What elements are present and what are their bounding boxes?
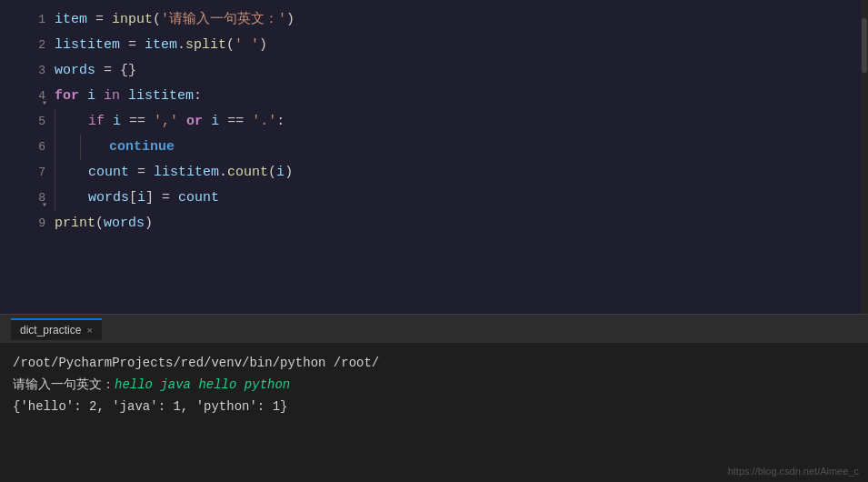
token: ) bbox=[286, 7, 294, 33]
token: continue bbox=[109, 135, 175, 160]
terminal-tab-label: dict_practice bbox=[20, 324, 81, 336]
code-line-8: 8 ▾ words[i] = count bbox=[55, 186, 868, 211]
token: = bbox=[120, 33, 145, 58]
editor-area: 1 item = input('请输入一句英文：') 2 listitem = … bbox=[0, 0, 868, 314]
tab-close-button[interactable]: × bbox=[86, 325, 92, 336]
watermark: https://blog.csdn.net/Aimee_c bbox=[728, 466, 859, 477]
token: ( bbox=[95, 211, 104, 236]
token: [ bbox=[129, 186, 137, 211]
token: words bbox=[55, 58, 95, 84]
token bbox=[95, 84, 104, 109]
token: ( bbox=[153, 7, 161, 33]
token: == bbox=[121, 109, 154, 135]
token: = {} bbox=[95, 58, 136, 84]
terminal-output: {'hello': 2, 'java': 1, 'python': 1} bbox=[13, 396, 287, 417]
token: listitem bbox=[55, 33, 120, 58]
token: for bbox=[55, 84, 79, 109]
token: '.' bbox=[252, 109, 276, 135]
token: i bbox=[87, 84, 95, 109]
token: i bbox=[113, 109, 121, 135]
token: listitem bbox=[154, 160, 219, 186]
indent-5 bbox=[55, 109, 80, 135]
watermark-text: https://blog.csdn.net/Aimee_c bbox=[728, 466, 859, 477]
token: if bbox=[88, 109, 105, 135]
line-number-2: 2 bbox=[9, 33, 45, 58]
line-number-1: 1 bbox=[9, 7, 45, 33]
token: ' ' bbox=[234, 33, 259, 58]
terminal-tab[interactable]: dict_practice × bbox=[11, 318, 102, 340]
token bbox=[120, 84, 128, 109]
terminal-body[interactable]: /root/PycharmProjects/red/venv/bin/pytho… bbox=[0, 343, 868, 482]
scrollbar-thumb[interactable] bbox=[862, 18, 867, 73]
line-number-9: 9 bbox=[9, 211, 45, 236]
token: ( bbox=[268, 160, 276, 186]
terminal-run-line: /root/PycharmProjects/red/venv/bin/pytho… bbox=[13, 352, 855, 374]
token: words bbox=[104, 211, 145, 236]
line-number-3: 3 bbox=[9, 58, 45, 84]
token: i bbox=[137, 186, 145, 211]
token: : bbox=[194, 84, 202, 109]
code-line-7: 7 count = listitem.count(i) bbox=[55, 160, 868, 186]
token: = bbox=[129, 160, 154, 186]
line-number-6: 6 bbox=[9, 135, 45, 160]
token: split bbox=[185, 33, 226, 58]
token bbox=[79, 84, 87, 109]
indent-7 bbox=[55, 160, 80, 186]
code-line-4: 4 ▾ for i in listitem: bbox=[55, 84, 868, 109]
token: ) bbox=[145, 211, 153, 236]
token: print bbox=[55, 211, 95, 236]
indent-6b bbox=[80, 135, 105, 160]
token: i bbox=[211, 109, 219, 135]
token: words bbox=[88, 186, 129, 211]
token: count bbox=[227, 160, 268, 186]
token: . bbox=[177, 33, 185, 58]
terminal-user-input: hello java hello python bbox=[115, 374, 290, 396]
token: listitem bbox=[128, 84, 194, 109]
token: count bbox=[178, 186, 219, 211]
token: item bbox=[145, 33, 177, 58]
code-line-1: 1 item = input('请输入一句英文：') bbox=[55, 7, 868, 33]
token bbox=[203, 109, 211, 135]
code-line-5: 5 if i == ',' or i == '.': bbox=[55, 109, 868, 135]
terminal-input-line: 请输入一句英文：hello java hello python bbox=[13, 374, 855, 396]
code-line-2: 2 listitem = item.split(' ') bbox=[55, 33, 868, 58]
token: ) bbox=[284, 160, 293, 186]
code-line-9: 9 print(words) bbox=[55, 211, 868, 236]
token: or bbox=[186, 109, 203, 135]
terminal-header: dict_practice × bbox=[0, 314, 868, 343]
scrollbar-vertical[interactable] bbox=[861, 0, 868, 314]
token bbox=[105, 109, 113, 135]
code-line-3: 3 words = {} bbox=[55, 58, 868, 84]
token: ] = bbox=[145, 186, 178, 211]
terminal-output-line: {'hello': 2, 'java': 1, 'python': 1} bbox=[13, 396, 855, 417]
terminal-path: /root/PycharmProjects/red/venv/bin/pytho… bbox=[13, 352, 379, 374]
token: '请输入一句英文：' bbox=[161, 7, 286, 33]
token: = bbox=[87, 7, 112, 33]
token: i bbox=[276, 160, 284, 186]
token: . bbox=[219, 160, 227, 186]
line-number-7: 7 bbox=[9, 160, 45, 186]
token: count bbox=[88, 160, 129, 186]
token: ) bbox=[259, 33, 267, 58]
token: ( bbox=[226, 33, 234, 58]
code-line-6: 6 continue bbox=[55, 135, 868, 160]
line-number-5: 5 bbox=[9, 109, 45, 135]
token: == bbox=[219, 109, 252, 135]
code-container: 1 item = input('请输入一句英文：') 2 listitem = … bbox=[0, 0, 868, 244]
token: in bbox=[104, 84, 120, 109]
indent-6a bbox=[55, 135, 80, 160]
token: input bbox=[112, 7, 153, 33]
line-number-4: 4 bbox=[9, 84, 45, 109]
line-number-8: 8 bbox=[9, 186, 45, 211]
token bbox=[80, 160, 88, 186]
indent-8 bbox=[55, 186, 80, 211]
token bbox=[178, 109, 186, 135]
token bbox=[80, 109, 88, 135]
token: item bbox=[55, 7, 87, 33]
token bbox=[80, 186, 88, 211]
token: : bbox=[276, 109, 284, 135]
terminal-prompt: 请输入一句英文： bbox=[13, 374, 115, 396]
token: ',' bbox=[154, 109, 178, 135]
